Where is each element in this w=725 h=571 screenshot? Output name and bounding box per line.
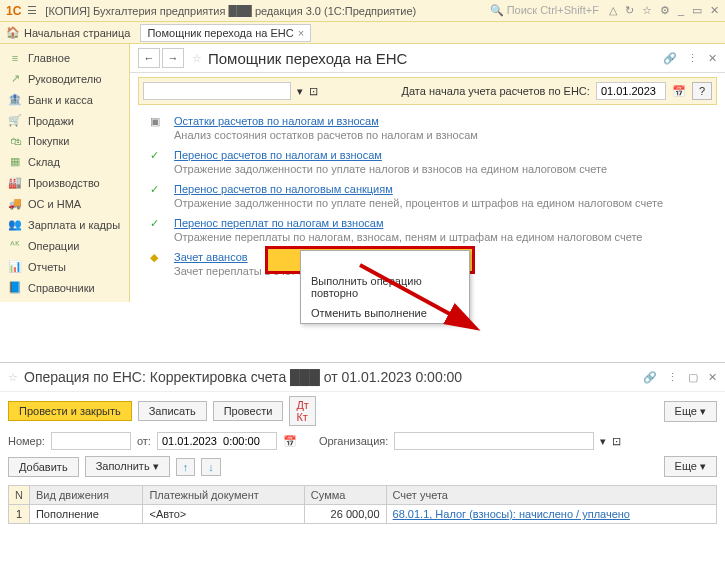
- col-n: N: [9, 486, 30, 505]
- minimize-icon[interactable]: _: [678, 4, 684, 17]
- menu-icon[interactable]: ☰: [27, 4, 37, 17]
- sidebar-item-main[interactable]: ≡Главное: [0, 48, 129, 68]
- check-icon: ✓: [150, 217, 164, 243]
- table-more-button[interactable]: Еще ▾: [664, 456, 717, 477]
- sidebar: ≡Главное ↗Руководителю 🏦Банк и касса 🛒Пр…: [0, 44, 130, 302]
- movements-button[interactable]: ДтКт: [289, 396, 316, 426]
- restore-icon[interactable]: ▭: [692, 4, 702, 17]
- org-label: Организация:: [319, 435, 388, 447]
- reports-icon: 📊: [8, 260, 22, 273]
- sidebar-item-catalogs[interactable]: 📘Справочники: [0, 277, 129, 298]
- manager-icon: ↗: [8, 72, 22, 85]
- step-link-transfer-taxes[interactable]: Перенос расчетов по налогам и взносам: [174, 149, 607, 161]
- warehouse-icon: ▦: [8, 155, 22, 168]
- step-desc: Отражение задолженности по уплате пеней,…: [174, 197, 663, 209]
- diamond-icon: ◆: [150, 251, 164, 277]
- from-label: от:: [137, 435, 151, 447]
- page-title: Помощник перехода на ЕНС: [208, 50, 663, 67]
- doc-maximize-icon[interactable]: ▢: [688, 371, 698, 384]
- open-ref-icon[interactable]: ⊡: [612, 435, 621, 448]
- more-button[interactable]: Еще ▾: [664, 401, 717, 422]
- post-and-close-button[interactable]: Провести и закрыть: [8, 401, 132, 421]
- more-icon[interactable]: ⋮: [687, 52, 698, 65]
- filter-input[interactable]: [143, 82, 291, 100]
- step-link-transfer-sanctions[interactable]: Перенос расчетов по налоговым санкциям: [174, 183, 663, 195]
- arrow-annotation: [350, 260, 490, 340]
- move-down-button[interactable]: ↓: [201, 458, 221, 476]
- calendar-icon[interactable]: 📅: [672, 85, 686, 98]
- bank-icon: 🏦: [8, 93, 22, 106]
- add-row-button[interactable]: Добавить: [8, 457, 79, 477]
- favorite-icon[interactable]: ☆: [192, 52, 202, 65]
- main-icon: ≡: [8, 52, 22, 64]
- org-input[interactable]: [394, 432, 594, 450]
- window-title: [КОПИЯ] Бухгалтерия предприятия ███ реда…: [45, 5, 479, 17]
- sidebar-item-assets[interactable]: 🚚ОС и НМА: [0, 193, 129, 214]
- document-table: N Вид движения Платежный документ Сумма …: [8, 485, 717, 524]
- sidebar-item-salary[interactable]: 👥Зарплата и кадры: [0, 214, 129, 235]
- post-button[interactable]: Провести: [213, 401, 284, 421]
- col-movement-type: Вид движения: [29, 486, 143, 505]
- step-icon: ▣: [150, 115, 164, 141]
- save-button[interactable]: Записать: [138, 401, 207, 421]
- purchases-icon: 🛍: [8, 135, 22, 147]
- dropdown-icon[interactable]: ▾: [297, 85, 303, 98]
- table-row[interactable]: 1 Пополнение <Авто> 26 000,00 68.01.1, Н…: [9, 505, 717, 524]
- doc-close-icon[interactable]: ✕: [708, 371, 717, 384]
- sidebar-item-reports[interactable]: 📊Отчеты: [0, 256, 129, 277]
- doc-favorite-icon[interactable]: ☆: [8, 371, 18, 384]
- history-icon[interactable]: ↻: [625, 4, 634, 17]
- start-page-link[interactable]: Начальная страница: [24, 27, 130, 39]
- sidebar-item-operations[interactable]: ᴬᴷОперации: [0, 235, 129, 256]
- tab-ens-helper[interactable]: Помощник перехода на ЕНС ×: [140, 24, 311, 42]
- cell-payment-doc[interactable]: <Авто>: [143, 505, 304, 524]
- number-input[interactable]: [51, 432, 131, 450]
- close-icon[interactable]: ✕: [710, 4, 719, 17]
- number-label: Номер:: [8, 435, 45, 447]
- operations-icon: ᴬᴷ: [8, 239, 22, 252]
- from-date-input[interactable]: [157, 432, 277, 450]
- panel-close-icon[interactable]: ✕: [708, 52, 717, 65]
- check-icon: ✓: [150, 149, 164, 175]
- col-account: Счет учета: [386, 486, 716, 505]
- sidebar-item-production[interactable]: 🏭Производство: [0, 172, 129, 193]
- app-logo: 1C: [6, 4, 21, 18]
- sidebar-item-manager[interactable]: ↗Руководителю: [0, 68, 129, 89]
- catalogs-icon: 📘: [8, 281, 22, 294]
- link-icon[interactable]: 🔗: [663, 52, 677, 65]
- dropdown-icon[interactable]: ▾: [600, 435, 606, 448]
- back-button[interactable]: ←: [138, 48, 160, 68]
- cell-account[interactable]: 68.01.1, Налог (взносы): начислено / упл…: [386, 505, 716, 524]
- doc-more-icon[interactable]: ⋮: [667, 371, 678, 384]
- bell-icon[interactable]: △: [609, 4, 617, 17]
- search-placeholder[interactable]: 🔍 Поиск Ctrl+Shift+F: [490, 4, 599, 17]
- date-input[interactable]: [596, 82, 666, 100]
- forward-button[interactable]: →: [162, 48, 184, 68]
- step-link-transfer-overpay[interactable]: Перенос переплат по налогам и взносам: [174, 217, 642, 229]
- doc-title: Операция по ЕНС: Корректировка счета ███…: [24, 369, 643, 385]
- svg-line-0: [360, 265, 470, 325]
- sidebar-item-bank[interactable]: 🏦Банк и касса: [0, 89, 129, 110]
- col-amount: Сумма: [304, 486, 386, 505]
- step-link-balances[interactable]: Остатки расчетов по налогам и взносам: [174, 115, 478, 127]
- assets-icon: 🚚: [8, 197, 22, 210]
- production-icon: 🏭: [8, 176, 22, 189]
- open-icon[interactable]: ⊡: [309, 85, 318, 98]
- sidebar-item-warehouse[interactable]: ▦Склад: [0, 151, 129, 172]
- cell-n: 1: [9, 505, 30, 524]
- col-payment-doc: Платежный документ: [143, 486, 304, 505]
- star-icon[interactable]: ☆: [642, 4, 652, 17]
- move-up-button[interactable]: ↑: [176, 458, 196, 476]
- fill-button[interactable]: Заполнить ▾: [85, 456, 170, 477]
- cell-movement-type[interactable]: Пополнение: [29, 505, 143, 524]
- tab-close-icon[interactable]: ×: [298, 27, 304, 39]
- sidebar-item-sales[interactable]: 🛒Продажи: [0, 110, 129, 131]
- doc-link-icon[interactable]: 🔗: [643, 371, 657, 384]
- calendar-icon[interactable]: 📅: [283, 435, 297, 448]
- settings-icon[interactable]: ⚙: [660, 4, 670, 17]
- cell-amount[interactable]: 26 000,00: [304, 505, 386, 524]
- home-icon[interactable]: 🏠: [6, 26, 20, 39]
- tab-label: Помощник перехода на ЕНС: [147, 27, 293, 39]
- sidebar-item-purchases[interactable]: 🛍Покупки: [0, 131, 129, 151]
- help-button[interactable]: ?: [692, 82, 712, 100]
